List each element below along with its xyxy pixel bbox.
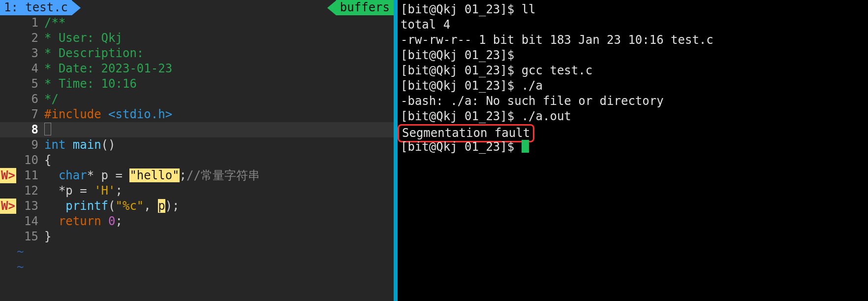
code-token: * Description: — [44, 46, 144, 60]
warning-marker: W> — [0, 199, 16, 214]
terminal-pane[interactable]: [bit@Qkj 01_23]$ lltotal 4-rw-rw-r-- 1 b… — [398, 0, 868, 301]
terminal-cursor — [522, 140, 529, 153]
code-token: */ — [44, 92, 59, 106]
terminal-line: -rw-rw-r-- 1 bit bit 183 Jan 23 10:16 te… — [401, 33, 865, 48]
code-line[interactable]: 1/** — [0, 15, 394, 31]
code-cell[interactable]: *p = 'H'; — [42, 183, 394, 199]
line-number: 6 — [0, 92, 42, 107]
line-number: 14 — [0, 214, 42, 229]
code-cell[interactable]: int main() — [42, 137, 394, 153]
code-token: * User: Qkj — [44, 31, 123, 45]
code-token: 0 — [108, 214, 115, 228]
terminal-line: -bash: ./a: No such file or directory — [401, 94, 865, 109]
code-token: , — [144, 199, 158, 213]
code-cell[interactable]: * Description: — [42, 46, 394, 61]
code-cell[interactable]: */ — [42, 92, 394, 107]
code-token: ; — [116, 214, 123, 228]
line-number: 1 — [0, 15, 42, 31]
line-number: 7 — [0, 107, 42, 122]
line-number: 9 — [0, 137, 42, 153]
code-token: ); — [165, 199, 180, 213]
code-token: main — [73, 138, 101, 152]
terminal-line: [bit@Qkj 01_23]$ ./a — [401, 78, 865, 94]
code-token: () — [101, 138, 116, 152]
code-token — [44, 184, 59, 198]
code-token: ; — [116, 184, 123, 198]
code-body[interactable]: 1/**2* User: Qkj3* Description:4* Date: … — [0, 15, 394, 244]
tab-file-arrow — [72, 0, 81, 15]
code-token: char — [59, 168, 87, 182]
code-cell[interactable]: { — [42, 153, 394, 168]
line-number: 4 — [0, 61, 42, 76]
code-token: <stdio.h> — [108, 107, 172, 121]
eof-tilde: ~ — [0, 260, 394, 275]
terminal-line: [bit@Qkj 01_23]$ ./a.out — [401, 109, 865, 124]
code-token: //常量字符串 — [186, 168, 260, 182]
code-line[interactable]: 6*/ — [0, 92, 394, 107]
warning-marker: W> — [0, 168, 16, 183]
eof-tildes: ~~ — [0, 244, 394, 275]
tab-file-label: 1: test.c — [0, 0, 72, 15]
code-cell[interactable] — [42, 122, 394, 137]
code-token: return — [59, 214, 108, 228]
code-token: #include — [44, 107, 108, 121]
code-token: *p = — [59, 184, 94, 198]
code-token: p — [158, 199, 165, 213]
code-cell[interactable]: * Time: 10:16 — [42, 76, 394, 92]
editor-pane[interactable]: 1: test.c buffers 1/**2* User: Qkj3* Des… — [0, 0, 394, 301]
code-cell[interactable]: printf("%c", p); — [42, 199, 394, 214]
code-line[interactable]: 13W> printf("%c", p); — [0, 199, 394, 214]
line-number: 2 — [0, 31, 42, 46]
terminal-line: [bit@Qkj 01_23]$ ll — [401, 2, 865, 17]
code-line[interactable]: 14 return 0; — [0, 214, 394, 229]
code-line[interactable]: 2* User: Qkj — [0, 31, 394, 46]
terminal-line: [bit@Qkj 01_23]$ — [401, 48, 865, 63]
terminal-prompt-text: [bit@Qkj 01_23]$ — [401, 140, 522, 154]
eof-tilde: ~ — [0, 244, 394, 260]
code-cell[interactable]: } — [42, 229, 394, 244]
line-number: 3 — [0, 46, 42, 61]
pane-separator[interactable] — [394, 0, 398, 301]
tab-buffers-arrow — [327, 0, 336, 15]
code-cell[interactable]: #include <stdio.h> — [42, 107, 394, 122]
code-token — [44, 168, 59, 182]
code-token: ( — [108, 199, 115, 213]
code-token: "hello" — [129, 168, 179, 182]
code-token: "%c" — [116, 199, 144, 213]
code-token: { — [44, 153, 51, 167]
line-number: 12 — [0, 183, 42, 199]
code-line[interactable]: 8 — [0, 122, 394, 137]
code-line[interactable]: 5* Time: 10:16 — [0, 76, 394, 92]
code-line[interactable]: 7#include <stdio.h> — [0, 107, 394, 122]
code-line[interactable]: 11W> char* p = "hello";//常量字符串 — [0, 168, 394, 183]
code-line[interactable]: 15} — [0, 229, 394, 244]
code-token: int — [44, 138, 73, 152]
code-token: * Date: 2023-01-23 — [44, 62, 172, 75]
code-cell[interactable]: return 0; — [42, 214, 394, 229]
app-root: 1: test.c buffers 1/**2* User: Qkj3* Des… — [0, 0, 868, 301]
code-line[interactable]: 3* Description: — [0, 46, 394, 61]
code-cell[interactable]: * Date: 2023-01-23 — [42, 61, 394, 76]
code-line[interactable]: 9int main() — [0, 137, 394, 153]
line-number: 11W> — [0, 168, 42, 183]
terminal-prompt[interactable]: [bit@Qkj 01_23]$ — [401, 139, 865, 155]
line-number: 15 — [0, 229, 42, 244]
terminal-line: [bit@Qkj 01_23]$ gcc test.c — [401, 63, 865, 78]
editor-cursor — [44, 123, 51, 135]
code-token: * Time: 10:16 — [44, 77, 137, 91]
code-line[interactable]: 4* Date: 2023-01-23 — [0, 61, 394, 76]
code-cell[interactable]: * User: Qkj — [42, 31, 394, 46]
tab-buffers[interactable]: buffers — [327, 0, 394, 15]
code-token: /** — [44, 16, 65, 30]
line-number: 5 — [0, 76, 42, 92]
terminal-line: total 4 — [401, 17, 865, 33]
tab-file[interactable]: 1: test.c — [0, 0, 81, 15]
line-number: 13W> — [0, 199, 42, 214]
terminal-body: [bit@Qkj 01_23]$ lltotal 4-rw-rw-r-- 1 b… — [401, 2, 865, 155]
code-line[interactable]: 12 *p = 'H'; — [0, 183, 394, 199]
code-cell[interactable]: /** — [42, 15, 394, 31]
code-token — [44, 214, 59, 228]
code-line[interactable]: 10{ — [0, 153, 394, 168]
code-cell[interactable]: char* p = "hello";//常量字符串 — [42, 168, 394, 183]
code-token: ; — [180, 168, 186, 182]
